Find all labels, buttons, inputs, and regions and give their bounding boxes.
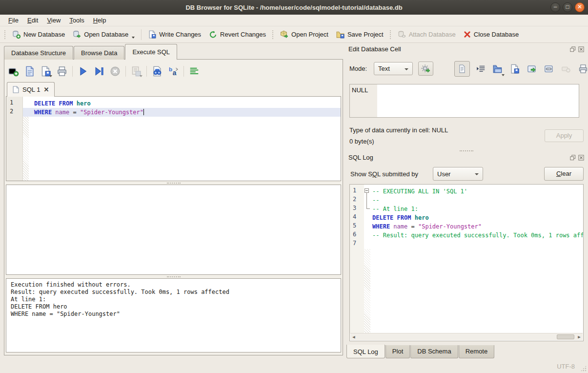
menu-help[interactable]: Help (89, 15, 111, 25)
cell-editor-toolbar (454, 61, 588, 77)
menubar: File Edit View Tools Help (0, 15, 588, 26)
new-database-button[interactable]: New Database (8, 28, 69, 41)
document-mode-icon[interactable] (454, 61, 470, 77)
execution-message-pane[interactable]: Execution finished without errors. Resul… (6, 278, 341, 352)
revert-changes-button[interactable]: Revert Changes (205, 28, 270, 41)
tab-sql-log[interactable]: SQL Log (346, 345, 385, 358)
svg-text:b: b (169, 66, 172, 72)
sql-log-dock-title: SQL Log (348, 154, 373, 161)
scroll-left-arrow[interactable]: ◀ (351, 334, 357, 340)
cell-value-editor[interactable]: NULL (349, 84, 579, 118)
save-project-button[interactable]: Save Project (332, 28, 387, 41)
close-database-icon (464, 31, 471, 38)
print-cell-icon[interactable] (577, 62, 588, 76)
import-dropdown-arrow[interactable] (502, 74, 505, 76)
word-wrap-icon[interactable] (474, 62, 487, 76)
auto-format-icon[interactable]: ba (167, 65, 179, 77)
mode-value: Text (378, 65, 390, 72)
minimize-button[interactable]: – (550, 2, 560, 12)
close-button[interactable]: ✕ (575, 2, 585, 12)
tab-browse-data[interactable]: Browse Data (74, 46, 124, 60)
message-line: WHERE name = "Spider-Youngster" (11, 311, 336, 318)
main-tab-bar: Database Structure Browse Data Execute S… (4, 44, 178, 60)
cell-size-info: 0 byte(s) (349, 138, 374, 145)
save-sql-icon[interactable] (40, 65, 52, 77)
toolbar-drag-handle[interactable] (389, 30, 392, 40)
titlebar[interactable]: DB Browser for SQLite - /home/user/code/… (0, 0, 588, 15)
clear-log-button[interactable]: Clear (544, 167, 584, 181)
sql-log-dock-buttons (569, 154, 584, 161)
editor-results-splitter[interactable] (6, 181, 341, 185)
close-tab-icon[interactable]: ✕ (43, 86, 49, 93)
save-results-dropdown-arrow (140, 75, 142, 77)
save-sql-dropdown-arrow[interactable] (49, 75, 52, 77)
dock-tab-bar: SQL Log Plot DB Schema Remote (346, 345, 495, 359)
log-line: -- (350, 196, 583, 205)
auto-switch-mode-button[interactable] (418, 62, 433, 76)
toolbar-separator (125, 66, 126, 77)
execute-line-icon[interactable] (93, 65, 105, 77)
save-results-icon (130, 65, 142, 77)
sql-tab-label: SQL 1 (22, 86, 40, 93)
open-project-icon (280, 30, 288, 39)
results-grid[interactable] (6, 185, 341, 275)
tab-remote[interactable]: Remote (459, 345, 495, 358)
menu-edit[interactable]: Edit (23, 15, 42, 25)
attach-database-icon (398, 30, 406, 39)
align-icon[interactable] (188, 65, 200, 77)
sql-editor[interactable]: 1 2 DELETE FROM hero WHERE name = "Spide… (6, 96, 341, 181)
tab-database-structure[interactable]: Database Structure (4, 46, 73, 60)
tab-db-schema[interactable]: DB Schema (410, 345, 458, 358)
close-dock-icon[interactable] (578, 46, 584, 52)
menu-tools[interactable]: Tools (65, 15, 88, 25)
results-message-splitter[interactable] (6, 275, 341, 278)
submitted-by-select[interactable]: User (433, 167, 483, 181)
write-changes-button[interactable]: Write Changes (144, 28, 205, 41)
stop-icon (109, 65, 121, 77)
export-cell-icon[interactable] (526, 62, 538, 76)
print-icon[interactable] (56, 65, 68, 77)
mode-select[interactable]: Text (374, 62, 413, 75)
open-database-button[interactable]: Open Database (69, 28, 139, 41)
db-browser-window: DB Browser for SQLite - /home/user/code/… (0, 0, 588, 373)
mode-label: Mode: (349, 65, 367, 72)
tab-execute-sql[interactable]: Execute SQL (125, 44, 177, 60)
revert-changes-icon (209, 30, 217, 39)
execute-all-icon[interactable] (77, 65, 89, 77)
find-replace-icon[interactable] (151, 65, 163, 77)
gear-import-icon (421, 64, 430, 73)
import-cell-icon[interactable] (491, 62, 504, 76)
menu-view[interactable]: View (42, 15, 65, 25)
fold-collapse-icon[interactable] (365, 188, 369, 193)
log-horizontal-scrollbar[interactable]: ◀ ▶ (350, 333, 583, 340)
edit-cell-dock-title: Edit Database Cell (348, 45, 401, 53)
editor-line: DELETE FROM hero (23, 99, 341, 108)
close-database-button[interactable]: Close Database (460, 29, 523, 40)
float-dock-icon[interactable] (569, 46, 576, 52)
tab-plot[interactable]: Plot (385, 345, 410, 358)
resize-grip[interactable] (580, 365, 587, 372)
open-sql-icon[interactable] (24, 65, 36, 77)
sql-doc-icon (13, 86, 19, 93)
encoding-indicator: UTF-8 (557, 363, 575, 370)
sql-log-view[interactable]: 1 2 3 4 5 6 7 -- EXECUTING ALL IN 'SQL 1… (349, 184, 584, 341)
dock-splitter[interactable] (349, 149, 584, 152)
scrollbar-thumb[interactable] (557, 334, 574, 339)
main-toolbar: New Database Open Database Write Changes… (0, 26, 588, 43)
sql-file-tab-bar: SQL 1 ✕ (7, 82, 55, 97)
save-cell-icon[interactable] (508, 62, 521, 76)
edit-cell-dock-buttons (569, 46, 584, 52)
toolbar-drag-handle[interactable] (272, 30, 274, 40)
new-sql-tab-icon[interactable] (8, 65, 20, 77)
open-database-dropdown-arrow[interactable] (132, 37, 135, 39)
maximize-button[interactable]: □ (563, 2, 572, 12)
log-line: WHERE name = "Spider-Youngster" (350, 222, 583, 231)
sql-file-tab[interactable]: SQL 1 ✕ (7, 82, 55, 97)
menu-file[interactable]: File (4, 15, 23, 25)
open-project-button[interactable]: Open Project (276, 28, 332, 41)
float-dock-icon[interactable] (569, 154, 576, 161)
link-cell-icon[interactable] (543, 62, 555, 76)
scroll-right-arrow[interactable]: ▶ (576, 334, 582, 340)
toolbar-drag-handle[interactable] (4, 30, 6, 40)
close-dock-icon[interactable] (578, 154, 584, 161)
